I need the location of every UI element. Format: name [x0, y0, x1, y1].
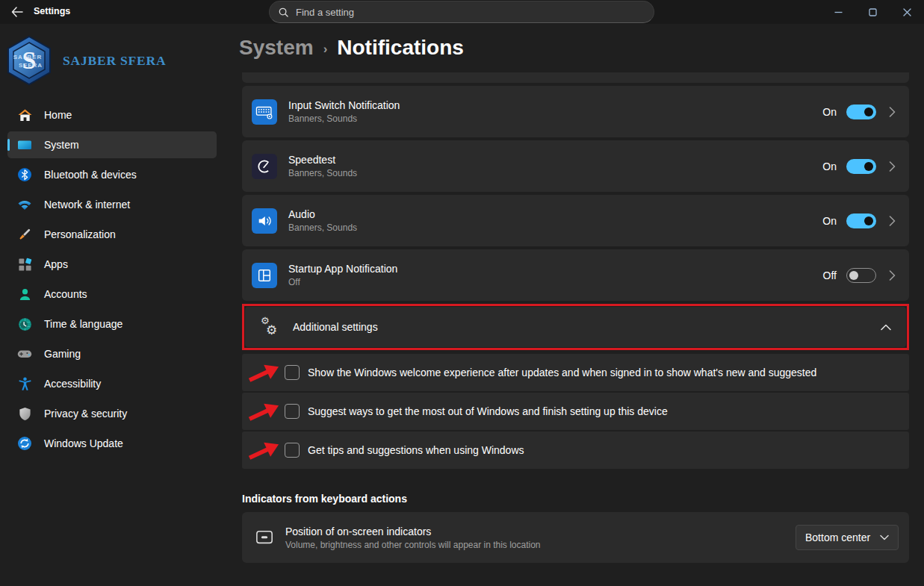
checkbox-label: Show the Windows welcome experience afte…	[308, 367, 816, 378]
row-subtitle: Banners, Sounds	[288, 113, 822, 124]
sidebar: S SAJBER SFERA SAJBER SFERA Home	[0, 24, 224, 586]
svg-text:SFERA: SFERA	[19, 62, 43, 69]
row-position-indicators: Position of on-screen indicators Volume,…	[242, 512, 909, 563]
sidebar-item-label: Gaming	[44, 348, 81, 360]
row-title: Speedtest	[288, 154, 822, 166]
sidebar-item-time-language[interactable]: Time & language	[7, 311, 217, 337]
maximize-button[interactable]	[855, 0, 890, 24]
search-box[interactable]	[269, 1, 654, 23]
brand: S SAJBER SFERA SAJBER SFERA	[4, 34, 166, 87]
settings-list: Input Switch Notification Banners, Sound…	[242, 72, 909, 563]
gaming-icon	[17, 346, 32, 361]
breadcrumb-chevron-icon: ›	[323, 39, 328, 57]
window-panes-icon	[252, 263, 277, 288]
search-input[interactable]	[296, 7, 645, 18]
gears-icon: ⚙⚙	[260, 314, 282, 340]
on-screen-display-icon	[255, 529, 274, 546]
toggle-state-label: On	[822, 215, 837, 227]
row-speedtest[interactable]: Speedtest Banners, Sounds On	[242, 140, 909, 192]
section-header-keyboard-indicators: Indicators from keyboard actions	[242, 493, 909, 505]
privacy-security-icon	[17, 406, 32, 421]
chevron-right-icon[interactable]	[889, 161, 896, 172]
speedtest-toggle[interactable]	[846, 159, 876, 174]
sidebar-item-label: Bluetooth & devices	[44, 169, 137, 181]
toggle-state-label: On	[822, 106, 837, 118]
breadcrumb-system[interactable]: System	[239, 36, 314, 60]
personalization-icon	[17, 227, 32, 242]
titlebar: Settings	[0, 0, 924, 24]
row-audio[interactable]: Audio Banners, Sounds On	[242, 195, 909, 246]
sidebar-item-windows-update[interactable]: Windows Update	[7, 430, 217, 457]
row-title: Startup App Notification	[288, 263, 823, 275]
accessibility-icon	[17, 376, 32, 391]
sidebar-item-system[interactable]: System	[7, 131, 217, 158]
chevron-down-icon	[880, 534, 889, 540]
chevron-right-icon[interactable]	[889, 216, 896, 226]
red-arrow-annotation	[246, 402, 282, 423]
sidebar-nav: Home System Bluetooth & devices	[7, 102, 217, 460]
additional-settings-expander[interactable]: ⚙⚙ Additional settings	[245, 307, 906, 347]
suggest-ways-checkbox[interactable]	[285, 404, 300, 419]
row-subtitle: Banners, Sounds	[288, 222, 822, 233]
dropdown-value: Bottom center	[805, 532, 870, 543]
get-tips-checkbox[interactable]	[285, 443, 300, 458]
sidebar-item-label: System	[44, 139, 79, 151]
sidebar-item-accounts[interactable]: Accounts	[7, 281, 217, 308]
sidebar-item-network-internet[interactable]: Network & internet	[7, 191, 217, 218]
row-input-switch-notification[interactable]: Input Switch Notification Banners, Sound…	[242, 86, 909, 137]
brand-logo-icon: S SAJBER SFERA	[4, 34, 54, 87]
home-icon	[17, 107, 32, 122]
sidebar-item-label: Personalization	[44, 228, 116, 240]
sidebar-item-label: Privacy & security	[44, 408, 127, 420]
sidebar-item-label: Home	[44, 109, 72, 121]
row-title: Input Switch Notification	[288, 99, 822, 111]
accounts-icon	[17, 287, 32, 302]
checkbox-label: Get tips and suggestions when using Wind…	[308, 444, 524, 456]
red-arrow-annotation	[246, 440, 282, 461]
toggle-state-label: Off	[823, 269, 837, 281]
sidebar-item-privacy-security[interactable]: Privacy & security	[7, 400, 217, 427]
minimize-button[interactable]	[821, 0, 855, 24]
sidebar-item-label: Accounts	[44, 288, 87, 300]
app-title: Settings	[34, 6, 70, 16]
bluetooth-icon	[17, 167, 32, 182]
apps-icon	[17, 257, 32, 272]
sidebar-item-label: Time & language	[44, 318, 123, 330]
red-annotation-rectangle: ⚙⚙ Additional settings	[242, 304, 909, 350]
chevron-right-icon[interactable]	[889, 270, 896, 281]
speedometer-icon	[252, 154, 277, 179]
svg-text:SAJBER: SAJBER	[13, 54, 42, 60]
sidebar-item-gaming[interactable]: Gaming	[7, 340, 217, 367]
close-button[interactable]	[890, 0, 924, 24]
row-startup-app-notification[interactable]: Startup App Notification Off Off	[242, 249, 909, 301]
chevron-up-icon[interactable]	[881, 320, 891, 334]
row-title: Position of on-screen indicators	[285, 526, 796, 537]
clipped-row	[242, 72, 909, 83]
sidebar-item-accessibility[interactable]: Accessibility	[7, 370, 217, 397]
sidebar-item-home[interactable]: Home	[7, 102, 217, 128]
main-content: System › Notifications	[224, 24, 924, 586]
network-icon	[17, 197, 32, 212]
audio-toggle[interactable]	[846, 213, 876, 228]
toggle-state-label: On	[822, 160, 837, 172]
sidebar-item-apps[interactable]: Apps	[7, 251, 217, 278]
brand-name: SAJBER SFERA	[63, 53, 166, 69]
row-subtitle: Off	[288, 277, 823, 287]
windows-update-icon	[17, 436, 32, 451]
keyboard-icon	[252, 99, 277, 125]
chevron-right-icon[interactable]	[889, 107, 896, 117]
check-row-get-tips: Get tips and suggestions when using Wind…	[242, 431, 909, 469]
red-arrow-annotation	[246, 363, 282, 384]
sidebar-item-bluetooth-devices[interactable]: Bluetooth & devices	[7, 161, 217, 188]
expander-label: Additional settings	[293, 321, 881, 333]
sidebar-item-label: Network & internet	[44, 199, 130, 211]
startup-toggle[interactable]	[846, 268, 876, 283]
page-title: Notifications	[337, 36, 464, 60]
search-icon	[279, 7, 288, 17]
row-subtitle: Volume, brightness and other controls wi…	[285, 540, 796, 550]
back-button[interactable]	[6, 1, 28, 22]
input-switch-toggle[interactable]	[846, 105, 876, 119]
sidebar-item-personalization[interactable]: Personalization	[7, 221, 217, 248]
welcome-experience-checkbox[interactable]	[285, 365, 300, 380]
position-dropdown[interactable]: Bottom center	[796, 525, 899, 550]
